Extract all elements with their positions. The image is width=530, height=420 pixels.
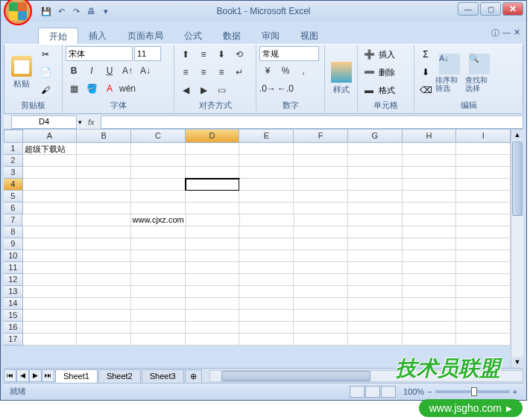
cell[interactable]	[77, 155, 131, 167]
row-header[interactable]: 7	[4, 214, 22, 226]
cell[interactable]	[186, 155, 240, 167]
cell[interactable]	[456, 238, 511, 250]
zoom-out-icon[interactable]: −	[427, 387, 432, 396]
row-header[interactable]: 9	[4, 238, 23, 250]
cell[interactable]	[23, 238, 78, 250]
cell[interactable]	[456, 322, 511, 334]
cell[interactable]	[131, 310, 186, 322]
cell[interactable]	[23, 226, 78, 238]
cell[interactable]	[403, 262, 457, 274]
cell[interactable]	[348, 238, 403, 250]
copy-icon[interactable]: 📄	[37, 64, 54, 80]
cell[interactable]	[294, 155, 348, 167]
currency-icon[interactable]: ¥	[259, 63, 276, 79]
cell[interactable]	[186, 167, 240, 179]
cell[interactable]	[348, 262, 403, 274]
cell[interactable]	[403, 334, 457, 346]
font-name-combo[interactable]: 宋体	[66, 46, 133, 61]
cell[interactable]	[77, 238, 131, 250]
cell[interactable]	[131, 334, 186, 346]
cell[interactable]	[77, 143, 131, 155]
border-icon[interactable]: ▦	[66, 80, 82, 97]
phonetic-icon[interactable]: wén	[119, 80, 136, 97]
cell[interactable]	[456, 226, 511, 238]
cell[interactable]	[294, 143, 348, 155]
fx-icon[interactable]: fx	[88, 118, 95, 127]
increase-decimal-icon[interactable]: .0→	[259, 80, 276, 97]
ribbon-close-icon[interactable]: ✕	[514, 28, 520, 39]
cell[interactable]	[23, 155, 78, 167]
cell[interactable]	[77, 191, 131, 203]
cell[interactable]	[403, 310, 457, 322]
cell[interactable]	[186, 191, 240, 203]
cell[interactable]	[186, 274, 240, 286]
cell[interactable]	[348, 155, 403, 167]
cell[interactable]	[456, 274, 511, 286]
cell[interactable]	[403, 203, 457, 214]
cell[interactable]	[456, 250, 511, 262]
tab-insert[interactable]: 插入	[78, 28, 117, 44]
cell[interactable]	[239, 262, 294, 274]
cell[interactable]	[23, 250, 78, 262]
cell[interactable]	[348, 214, 403, 226]
office-button[interactable]	[4, 0, 32, 25]
cell[interactable]	[456, 334, 511, 346]
cell[interactable]	[294, 179, 348, 191]
scroll-up-icon[interactable]: ▲	[511, 130, 523, 141]
sheet-tab[interactable]: Sheet3	[142, 369, 184, 383]
help-icon[interactable]: ⓘ	[491, 28, 499, 39]
comma-icon[interactable]: ,	[295, 63, 312, 79]
page-layout-view-icon[interactable]	[365, 386, 380, 398]
row-header[interactable]: 17	[4, 334, 23, 346]
find-select-button[interactable]: 🔍 查找和选择	[465, 46, 493, 99]
cell[interactable]	[456, 179, 511, 191]
row-header[interactable]: 10	[4, 250, 23, 262]
cell[interactable]	[23, 179, 78, 191]
cell[interactable]	[77, 203, 131, 214]
cell[interactable]	[294, 238, 348, 250]
cell[interactable]	[403, 322, 457, 334]
cell[interactable]	[186, 214, 241, 226]
cell[interactable]	[403, 179, 457, 191]
cell[interactable]	[348, 310, 403, 322]
cell[interactable]	[348, 226, 403, 238]
cell[interactable]	[186, 179, 240, 191]
cell[interactable]	[186, 226, 240, 238]
cell[interactable]	[348, 203, 403, 214]
cell[interactable]	[239, 143, 294, 155]
page-break-view-icon[interactable]	[381, 386, 396, 398]
cell[interactable]	[77, 334, 131, 346]
fill-color-icon[interactable]: 🪣	[83, 80, 100, 97]
cell[interactable]	[186, 286, 240, 298]
select-all-corner[interactable]	[4, 130, 23, 143]
namebox-dropdown-icon[interactable]: ▾	[78, 118, 82, 126]
row-header[interactable]: 6	[4, 203, 23, 214]
cell[interactable]	[403, 155, 457, 167]
tab-review[interactable]: 审阅	[251, 28, 290, 44]
sheet-tab[interactable]: Sheet1	[55, 369, 98, 383]
zoom-slider[interactable]	[435, 390, 510, 393]
cell[interactable]	[23, 322, 78, 334]
cell[interactable]	[131, 143, 186, 155]
cell[interactable]	[348, 274, 403, 286]
decrease-indent-icon[interactable]: ◀	[177, 82, 194, 98]
cell[interactable]	[131, 262, 186, 274]
cell[interactable]	[239, 274, 294, 286]
hscroll-thumb[interactable]	[221, 371, 370, 381]
column-header[interactable]: G	[348, 130, 403, 143]
cell[interactable]	[131, 191, 186, 203]
cell[interactable]	[186, 262, 240, 274]
cell[interactable]	[348, 322, 403, 334]
align-top-icon[interactable]: ⬆	[177, 46, 194, 63]
align-left-icon[interactable]: ≡	[177, 64, 194, 80]
styles-button[interactable]: 样式	[328, 46, 354, 110]
row-header[interactable]: 5	[4, 191, 23, 203]
cell[interactable]	[403, 250, 457, 262]
cell[interactable]	[23, 274, 78, 286]
cell[interactable]	[456, 214, 511, 226]
cell[interactable]	[77, 322, 131, 334]
cell[interactable]	[131, 250, 186, 262]
cell[interactable]	[456, 143, 511, 155]
wrap-text-icon[interactable]: ↵	[231, 64, 247, 80]
cell[interactable]	[23, 334, 78, 346]
